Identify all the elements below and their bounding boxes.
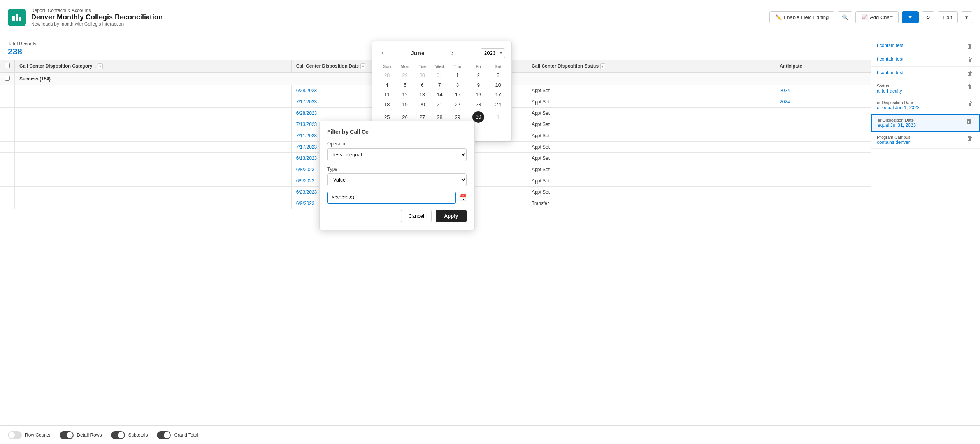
calendar-day[interactable]: 19 [395,100,414,109]
calendar-day[interactable]: 31 [430,70,449,80]
row-checkbox-cell [0,142,15,153]
calendar-day[interactable]: 20 [414,100,430,109]
calendar-week-row: 18192021222324 [378,100,505,109]
filter-popup[interactable]: Filter by Call Ce Operator less or equal… [319,121,475,230]
calendar-day[interactable]: 8 [449,80,466,90]
calendar-day[interactable]: 16 [466,90,491,100]
filter-content: er Disposition Date or equal Jun 1, 2023 [877,100,919,110]
filter-icon: ▼ [908,14,913,20]
row-checkbox-cell [0,175,15,187]
calendar-day[interactable]: 10 [491,80,505,90]
calendar-day[interactable]: 18 [378,100,395,109]
row-counts-label: Row Counts [25,432,50,438]
col-status-filter[interactable]: ▾ [600,63,605,69]
row-year [775,187,871,198]
day-header: Mon [395,63,414,70]
refresh-button[interactable]: ↻ [922,11,934,23]
row-counts-group: Row Counts [8,431,50,439]
apply-button[interactable]: Apply [436,210,467,222]
delete-filter-button[interactable]: 🗑 [965,84,975,91]
calendar-day[interactable]: 17 [491,90,505,100]
row-checkbox-cell [0,187,15,198]
report-subtitle: New leads by month with Collegis interac… [31,21,163,27]
calendar-weeks: 2829303112345678910111213141516171819202… [378,70,505,125]
calendar-day[interactable]: 3 [491,70,505,80]
calendar-day[interactable]: 2 [466,70,491,80]
calendar-day[interactable]: 9 [466,80,491,90]
calendar-day[interactable]: 12 [395,90,414,100]
calendar-day[interactable]: 4 [378,80,395,90]
type-select[interactable]: Value Field [327,173,467,186]
delete-filter-button[interactable]: 🗑 [964,118,974,125]
row-category [15,175,292,187]
operator-label: Operator [327,141,467,147]
row-year [775,175,871,187]
detail-rows-toggle[interactable] [60,431,74,439]
day-header: Wed [430,63,449,70]
year-selector[interactable]: 20212022202320242025 [481,48,505,58]
row-checkbox-cell [0,73,15,85]
cancel-button[interactable]: Cancel [401,210,431,222]
calendar-day[interactable]: 13 [414,90,430,100]
date-input[interactable] [327,192,456,204]
delete-filter-button[interactable]: 🗑 [965,135,975,142]
select-all-checkbox[interactable] [5,63,10,68]
delete-filter-button[interactable]: 🗑 [965,43,975,50]
delete-filter-button[interactable]: 🗑 [965,100,975,107]
calendar-day[interactable]: 14 [430,90,449,100]
subtotals-toggle[interactable] [111,431,125,439]
delete-filter-button[interactable]: 🗑 [965,56,975,63]
subtotals-knob [118,432,124,438]
sort-icon: ↓ [94,64,96,68]
calendar-day[interactable]: 5 [395,80,414,90]
more-options-button[interactable]: ▾ [961,11,972,23]
next-month-button[interactable]: › [448,47,457,59]
svg-rect-1 [16,14,18,21]
filter-label: er Disposition Date [877,100,919,105]
row-counts-toggle[interactable] [8,431,22,439]
delete-filter-button[interactable]: 🗑 [965,70,975,77]
filter-popup-title: Filter by Call Ce [327,129,467,135]
calendar-day[interactable]: 11 [378,90,395,100]
row-status: Appt Set [527,96,775,108]
row-checkbox-cell [0,130,15,142]
calendar-day[interactable]: 1 [491,109,505,125]
calendar-day[interactable]: 7 [430,80,449,90]
filter-value: equal Jul 31, 2023 [878,122,916,128]
row-checkbox[interactable] [5,76,10,81]
calendar-day[interactable]: 22 [449,100,466,109]
row-status: Appt Set [527,175,775,187]
col-disposition-category: Call Center Disposition Category ↓ ▾ [15,60,292,73]
search-button[interactable]: 🔍 [838,11,852,23]
row-year [775,198,871,209]
grand-total-knob [164,432,170,438]
add-chart-button[interactable]: 📈 Add Chart [855,11,899,23]
row-category [15,130,292,142]
calendar-day[interactable]: 1 [449,70,466,80]
calendar-grid: SunMonTueWedThuFriSat 282930311234567891… [378,63,505,125]
prev-month-button[interactable]: ‹ [378,47,387,59]
chevron-down-icon: ▾ [965,14,968,20]
operator-select[interactable]: less or equal equal greater or equal [327,148,467,161]
grand-total-toggle[interactable] [157,431,171,439]
row-status: Appt Set [527,119,775,130]
calendar-day[interactable]: 24 [491,100,505,109]
bottom-bar: Row Counts Detail Rows Subtotals Grand T… [0,425,980,444]
calendar-icon[interactable]: 📅 [459,194,467,201]
enable-field-editing-button[interactable]: ✏️ Enable Field Editing [769,11,835,23]
col-category-filter[interactable]: ▾ [98,63,103,69]
row-status: Transfer [527,198,775,209]
calendar-day[interactable]: 21 [430,100,449,109]
col-date-filter[interactable]: ▾ [360,63,365,69]
edit-button[interactable]: Edit [938,11,958,23]
filter-button[interactable]: ▼ [902,11,919,23]
row-status: Appt Set [527,108,775,119]
filter-content: t contain test [877,70,903,75]
calendar-day[interactable]: 6 [414,80,430,90]
calendar-day[interactable]: 29 [395,70,414,80]
calendar-day[interactable]: 30 [414,70,430,80]
calendar-day[interactable]: 23 [466,100,491,109]
calendar-day[interactable]: 15 [449,90,466,100]
calendar-day[interactable]: 28 [378,70,395,80]
row-year [775,153,871,164]
